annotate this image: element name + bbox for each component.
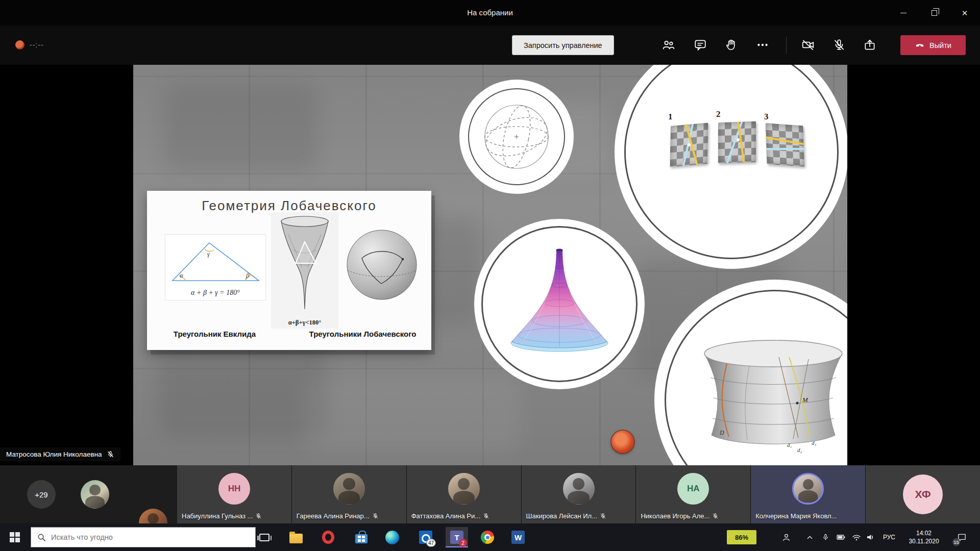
tray-mic-button[interactable] bbox=[818, 523, 832, 551]
euclid-triangle-figure: α β γ α + β + γ = 180° bbox=[165, 234, 266, 300]
recording-dot-icon bbox=[15, 40, 24, 49]
overflow-participants-badge[interactable]: +29 bbox=[27, 480, 56, 509]
mic-off-icon bbox=[712, 513, 719, 519]
tray-network-button[interactable] bbox=[849, 523, 864, 551]
outlook-button[interactable]: 47 bbox=[414, 527, 437, 547]
angle-gamma-label: γ bbox=[207, 250, 210, 258]
minimize-button[interactable] bbox=[888, 0, 919, 26]
start-button[interactable] bbox=[0, 523, 30, 551]
avatar bbox=[448, 473, 480, 505]
opera-button[interactable] bbox=[317, 527, 339, 547]
participant-tile[interactable]: НА Николаев Игорь Але... bbox=[636, 465, 750, 523]
presenter-name: Матросова Юлия Николаевна bbox=[6, 450, 102, 458]
file-explorer-button[interactable] bbox=[285, 527, 307, 547]
notification-badge: 15 bbox=[952, 538, 960, 546]
pseudosphere-sketch-figure: α+β+γ<180° bbox=[271, 212, 338, 329]
participants-icon bbox=[662, 38, 675, 52]
shared-screen-area: 1 2 3 bbox=[0, 65, 980, 465]
edge-icon bbox=[385, 531, 399, 544]
curvature-label-3: 3 bbox=[764, 112, 769, 122]
more-options-button[interactable] bbox=[751, 34, 774, 56]
hyperboloid-label-d2: d₂ bbox=[797, 447, 802, 453]
microsoft-store-button[interactable] bbox=[350, 527, 373, 547]
clock[interactable]: 14:02 30.11.2020 bbox=[900, 523, 947, 551]
tray-people-button[interactable] bbox=[779, 523, 793, 551]
language-indicator[interactable]: РУС bbox=[879, 523, 899, 551]
meeting-timer: --:-- bbox=[30, 41, 44, 49]
leave-button[interactable]: Выйти bbox=[900, 35, 966, 55]
action-center-button[interactable]: 15 bbox=[949, 523, 974, 551]
opera-icon bbox=[322, 531, 334, 544]
hang-up-icon bbox=[915, 40, 925, 51]
restore-icon bbox=[932, 10, 937, 16]
ellipsis-icon bbox=[756, 38, 769, 52]
file-explorer-icon bbox=[289, 534, 303, 543]
euclid-caption: Треугольник Евклида bbox=[157, 330, 272, 338]
curvature-bubble: 1 2 3 bbox=[615, 65, 847, 269]
taskbar-search[interactable] bbox=[31, 527, 256, 547]
mic-off-icon bbox=[600, 513, 606, 519]
avatar bbox=[563, 473, 595, 505]
camera-off-button[interactable] bbox=[797, 34, 819, 56]
title-bar: На собрании ✕ bbox=[0, 0, 980, 26]
battery-icon bbox=[836, 533, 846, 542]
mic-icon bbox=[822, 533, 829, 541]
avatar-speaking bbox=[792, 473, 824, 505]
task-view-icon bbox=[259, 534, 270, 541]
minimize-icon bbox=[900, 13, 906, 13]
raise-hand-button[interactable] bbox=[720, 34, 743, 56]
speaker-icon bbox=[866, 533, 875, 542]
raise-hand-icon bbox=[725, 38, 738, 52]
restore-button[interactable] bbox=[919, 0, 949, 26]
close-button[interactable]: ✕ bbox=[949, 0, 980, 26]
chrome-button[interactable] bbox=[476, 527, 499, 547]
word-button[interactable]: W bbox=[507, 527, 529, 547]
slide-title: Геометрия Лобачевского bbox=[147, 198, 431, 214]
word-icon: W bbox=[511, 531, 525, 544]
tray-date: 30.11.2020 bbox=[909, 537, 939, 545]
participant-name: Гареева Алина Ринар... bbox=[297, 512, 370, 520]
mic-off-icon bbox=[832, 38, 846, 52]
microsoft-store-icon bbox=[355, 534, 368, 543]
sphere-sketch-bubble bbox=[459, 80, 574, 194]
tray-volume-button[interactable] bbox=[864, 523, 878, 551]
participant-tile[interactable]: Шакирова Лейсан Ил... bbox=[522, 465, 636, 523]
lobachevsky-slide: Геометрия Лобачевского α β γ α + β + γ =… bbox=[147, 191, 431, 350]
battery-percent-badge[interactable]: 86% bbox=[727, 530, 756, 544]
tray-battery-button[interactable] bbox=[834, 523, 848, 551]
chat-button[interactable] bbox=[689, 34, 712, 56]
edge-button[interactable] bbox=[381, 527, 403, 547]
sphere-figure bbox=[344, 227, 423, 308]
meeting-toolbar: --:-- Запросить управление bbox=[0, 26, 980, 65]
request-control-button[interactable]: Запросить управление bbox=[512, 35, 614, 55]
presentation-stage: 1 2 3 bbox=[133, 65, 847, 465]
windows-taskbar: 47 T 2 W 86% РУС 14:02 30.11.2020 bbox=[0, 523, 980, 551]
hyperboloid-label-d1: d₁ bbox=[787, 442, 792, 448]
tray-show-hidden-button[interactable] bbox=[802, 523, 817, 551]
mic-off-button[interactable] bbox=[828, 34, 850, 56]
teams-button[interactable]: T 2 bbox=[446, 527, 468, 547]
participant-name: Шакирова Лейсан Ил... bbox=[526, 512, 597, 520]
sphere-wireframe-illustration bbox=[476, 96, 557, 178]
sphere-triangle-illustration bbox=[344, 227, 420, 303]
share-screen-icon bbox=[863, 38, 876, 52]
pseudosphere-illustration bbox=[501, 242, 618, 369]
participant-tile-speaking[interactable]: Колчерина Мария Яковл... bbox=[751, 465, 865, 523]
wifi-icon bbox=[852, 533, 861, 542]
participant-tile[interactable]: Фаттахова Алина Ри... bbox=[407, 465, 521, 523]
participant-tile[interactable]: ХФ bbox=[866, 465, 980, 523]
curvature-surface-3 bbox=[766, 123, 805, 167]
hyperboloid-label-d3: d₃ bbox=[812, 440, 817, 446]
participant-tile[interactable]: Гареева Алина Ринар... bbox=[292, 465, 406, 523]
share-screen-button[interactable] bbox=[859, 34, 881, 56]
task-view-button[interactable] bbox=[253, 527, 276, 547]
avatar-initials: ХФ bbox=[903, 474, 943, 514]
participant-tile[interactable]: НН Набиуллина Гульназ ... bbox=[177, 465, 291, 523]
participant-name: Фаттахова Алина Ри... bbox=[411, 512, 480, 520]
participant-avatar[interactable] bbox=[81, 480, 109, 509]
recording-indicator: --:-- bbox=[15, 40, 44, 49]
search-input[interactable] bbox=[51, 533, 235, 541]
participants-button[interactable] bbox=[657, 34, 680, 56]
mic-off-icon bbox=[483, 513, 489, 519]
windows-logo-icon bbox=[10, 532, 20, 542]
